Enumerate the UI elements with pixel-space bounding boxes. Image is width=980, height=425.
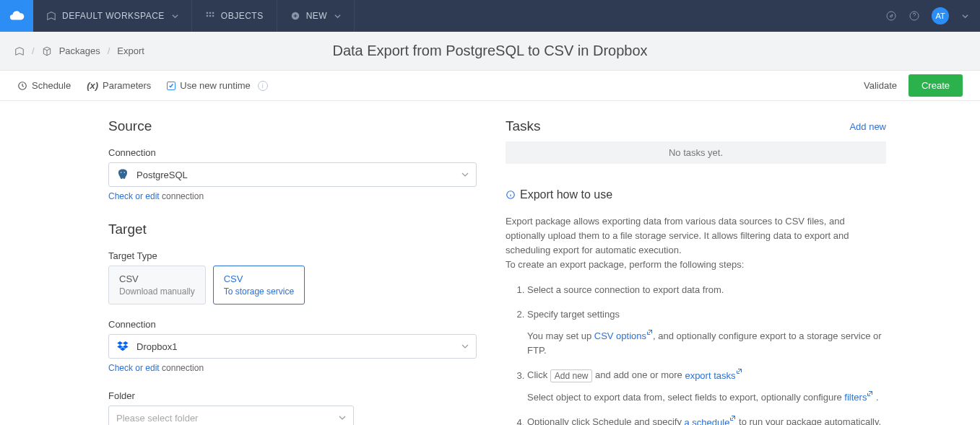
- workspace-icon[interactable]: [14, 46, 25, 56]
- csv-options-link[interactable]: CSV options: [594, 330, 653, 341]
- target-connection-value: Dropbox1: [136, 341, 461, 352]
- nav-objects-label: OBJECTS: [221, 11, 264, 21]
- breadcrumb-packages[interactable]: Packages: [59, 45, 100, 56]
- parameters-button[interactable]: (x) Parameters: [87, 80, 151, 91]
- breadcrumb-current: Export: [117, 45, 144, 56]
- svg-rect-4: [209, 15, 211, 17]
- target-type-csv-manual[interactable]: CSV Download manually: [108, 266, 206, 304]
- nav-new-label: NEW: [306, 11, 328, 21]
- source-connection-value: PostgreSQL: [136, 170, 461, 180]
- svg-point-11: [124, 172, 126, 173]
- howto-title: Export how to use: [506, 188, 886, 201]
- schedule-link[interactable]: a schedule: [685, 417, 737, 425]
- parameters-icon: (x): [87, 80, 98, 91]
- compass-icon[interactable]: [885, 10, 897, 22]
- folder-select[interactable]: Please select folder: [108, 406, 354, 425]
- folder-label: Folder: [108, 390, 477, 401]
- use-new-runtime-toggle[interactable]: Use new runtime i: [167, 80, 268, 91]
- target-heading: Target: [108, 222, 477, 237]
- tasks-empty: No tasks yet.: [506, 141, 886, 164]
- filters-link[interactable]: filters: [844, 392, 873, 403]
- svg-rect-1: [209, 12, 211, 14]
- workspace-icon: [46, 11, 56, 21]
- user-avatar[interactable]: AT: [932, 7, 949, 25]
- howto-step-2: Specify target settings You may set up C…: [527, 307, 886, 359]
- schedule-button[interactable]: Schedule: [17, 80, 71, 91]
- external-link-icon: [646, 329, 653, 336]
- checkbox-checked-icon: [167, 82, 175, 90]
- create-button[interactable]: Create: [909, 74, 963, 97]
- page-title: Data Export from PostgreSQL to CSV in Dr…: [0, 43, 980, 59]
- left-column: Source Connection PostgreSQL Check or ed…: [108, 118, 477, 425]
- info-icon: [506, 190, 516, 200]
- nav-objects[interactable]: OBJECTS: [192, 0, 277, 32]
- chevron-down-icon: [339, 414, 346, 421]
- source-connection-select[interactable]: PostgreSQL: [108, 162, 477, 187]
- svg-rect-3: [207, 15, 208, 17]
- target-check-edit: Check or edit connection: [108, 363, 477, 373]
- dropbox-icon: [116, 340, 129, 353]
- chevron-down-icon: [461, 171, 469, 178]
- howto-step-4: Optionally click Schedule and specify a …: [527, 415, 886, 425]
- source-connection-label: Connection: [108, 147, 477, 158]
- export-tasks-link[interactable]: export tasks: [685, 370, 742, 381]
- target-connection-select[interactable]: Dropbox1: [108, 334, 477, 359]
- howto-step-1: Select a source connection to export dat…: [527, 283, 886, 297]
- external-link-icon: [736, 368, 742, 374]
- validate-button[interactable]: Validate: [864, 80, 897, 91]
- title-bar: / Packages / Export Data Export from Pos…: [0, 32, 980, 71]
- top-right: AT: [885, 0, 980, 32]
- svg-point-10: [121, 172, 122, 173]
- help-icon[interactable]: [909, 10, 920, 22]
- breadcrumb: / Packages / Export: [0, 45, 144, 56]
- postgresql-icon: [116, 168, 129, 181]
- info-icon[interactable]: i: [258, 81, 268, 91]
- plus-circle-icon: [290, 11, 300, 21]
- app-logo[interactable]: [0, 0, 33, 32]
- chevron-down-icon[interactable]: [962, 13, 968, 19]
- nav-workspace[interactable]: DEFAULT WORKSPACE: [33, 0, 192, 32]
- right-column: Tasks Add new No tasks yet. Export how t…: [506, 118, 886, 425]
- external-link-icon: [729, 415, 736, 421]
- grid-icon: [205, 11, 215, 21]
- chevron-down-icon: [172, 13, 178, 19]
- top-nav: DEFAULT WORKSPACE OBJECTS NEW AT: [0, 0, 980, 32]
- target-check-edit-link[interactable]: Check or edit: [108, 363, 160, 373]
- source-check-edit: Check or edit connection: [108, 191, 477, 201]
- tasks-heading: Tasks: [506, 118, 541, 134]
- cloud-icon: [9, 8, 25, 24]
- svg-rect-5: [212, 15, 214, 17]
- toolbar: Schedule (x) Parameters Use new runtime …: [0, 71, 980, 101]
- svg-rect-0: [207, 12, 208, 14]
- main-content: Source Connection PostgreSQL Check or ed…: [0, 101, 980, 425]
- target-type-row: CSV Download manually CSV To storage ser…: [108, 266, 477, 304]
- target-connection-label: Connection: [108, 319, 477, 330]
- add-new-inline-button: Add new: [550, 369, 593, 382]
- target-type-csv-storage[interactable]: CSV To storage service: [213, 266, 305, 304]
- source-check-edit-link[interactable]: Check or edit: [108, 191, 160, 201]
- folder-placeholder: Please select folder: [116, 413, 339, 424]
- target-type-label: Target Type: [108, 250, 477, 261]
- tasks-header: Tasks Add new: [506, 118, 886, 134]
- chevron-down-icon: [334, 13, 341, 19]
- nav-workspace-label: DEFAULT WORKSPACE: [62, 11, 165, 21]
- source-heading: Source: [108, 118, 477, 134]
- add-new-task-link[interactable]: Add new: [849, 121, 886, 132]
- svg-rect-2: [212, 12, 214, 14]
- howto-step-3: Click Add new and add one or more export…: [527, 368, 886, 405]
- package-icon: [42, 46, 52, 56]
- chevron-down-icon: [461, 343, 469, 350]
- nav-new[interactable]: NEW: [277, 0, 355, 32]
- howto-body: Export package allows exporting data fro…: [506, 214, 886, 425]
- clock-icon: [17, 81, 27, 91]
- svg-point-7: [887, 12, 896, 20]
